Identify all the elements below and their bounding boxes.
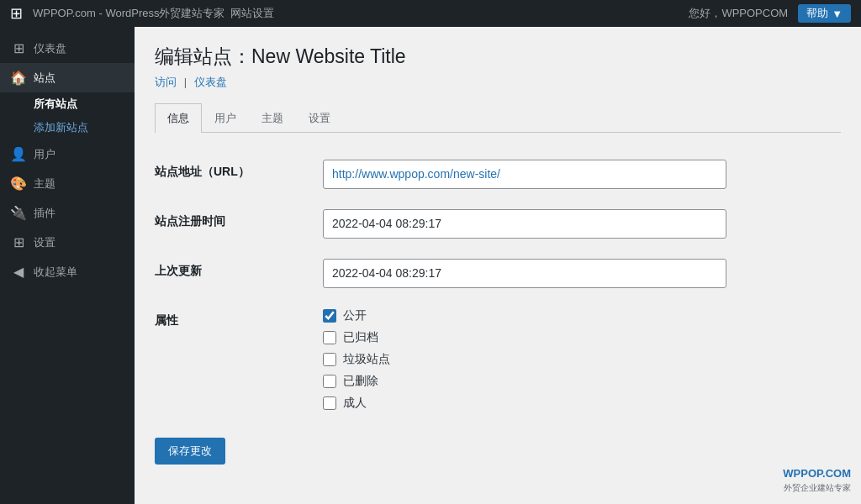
- last-update-input[interactable]: [323, 259, 726, 288]
- page-title: 编辑站点：New Website Title: [155, 44, 841, 70]
- page-wrapper: ⊞ 仪表盘 🏠 站点 所有站点 添加新站点 👤 用户 🎨 主题 🔌 插件 ⊞ 设…: [0, 0, 861, 504]
- checkbox-deleted-input[interactable]: [323, 375, 336, 388]
- sidebar-label-plugins: 插件: [34, 206, 55, 221]
- top-bar-left: ⊞ WPPOP.com - WordPress外贸建站专家 网站设置: [10, 4, 274, 23]
- form-row-url: 站点地址（URL）: [155, 150, 841, 199]
- tab-themes[interactable]: 主题: [249, 103, 296, 133]
- watermark: WPPOP.COM 外贸企业建站专家: [783, 465, 851, 495]
- sidebar-item-collapse[interactable]: ◀ 收起菜单: [0, 257, 135, 286]
- tab-info-label: 信息: [167, 112, 189, 124]
- site-name-label[interactable]: WPPOP.com - WordPress外贸建站专家: [33, 6, 225, 21]
- checkbox-deleted[interactable]: 已删除: [323, 374, 841, 389]
- sidebar-item-settings[interactable]: ⊞ 设置: [0, 228, 135, 257]
- top-bar: ⊞ WPPOP.com - WordPress外贸建站专家 网站设置 您好，WP…: [0, 0, 861, 27]
- top-bar-site-info: WPPOP.com - WordPress外贸建站专家 网站设置: [33, 6, 274, 21]
- heading-site-title: New Website Title: [251, 45, 406, 67]
- sidebar-subitem-all-sites[interactable]: 所有站点: [0, 92, 135, 116]
- settings-icon: ⊞: [10, 234, 27, 250]
- users-icon: 👤: [10, 146, 27, 162]
- sidebar-label-collapse: 收起菜单: [34, 265, 77, 280]
- save-button[interactable]: 保存更改: [155, 438, 225, 465]
- sidebar-label-dashboard: 仪表盘: [34, 41, 66, 56]
- tab-themes-label: 主题: [261, 112, 283, 124]
- url-input[interactable]: [323, 160, 726, 189]
- sidebar-item-sites[interactable]: 🏠 站点: [0, 63, 135, 92]
- checkbox-public-label: 公开: [343, 308, 367, 323]
- checkbox-spam-label: 垃圾站点: [343, 352, 390, 367]
- checkbox-public-input[interactable]: [323, 309, 336, 323]
- last-update-label: 上次更新: [155, 259, 323, 279]
- sites-icon: 🏠: [10, 70, 27, 86]
- checkbox-mature-input[interactable]: [323, 396, 336, 410]
- checkbox-spam-input[interactable]: [323, 353, 336, 366]
- checkbox-archived-label: 已归档: [343, 330, 378, 345]
- sidebar-label-themes: 主题: [34, 176, 55, 192]
- all-sites-label: 所有站点: [34, 97, 77, 110]
- collapse-icon: ◀: [10, 264, 27, 280]
- checkbox-public[interactable]: 公开: [323, 308, 841, 323]
- form-row-attributes: 属性 公开 已归档 垃圾站点: [155, 298, 841, 421]
- sidebar-label-settings: 设置: [34, 235, 55, 250]
- sidebar-item-themes[interactable]: 🎨 主题: [0, 169, 135, 198]
- attributes-field: 公开 已归档 垃圾站点 已删除: [323, 308, 841, 411]
- reg-time-label: 站点注册时间: [155, 209, 323, 229]
- checkbox-deleted-label: 已删除: [343, 374, 378, 389]
- main-content: 编辑站点：New Website Title 访问 | 仪表盘 信息 用户 主题…: [135, 27, 861, 504]
- user-greeting: 您好，WPPOPCOM: [689, 6, 788, 21]
- sidebar-label-sites: 站点: [34, 71, 55, 86]
- form-row-last-update: 上次更新: [155, 249, 841, 298]
- checkbox-mature-label: 成人: [343, 396, 367, 411]
- save-label: 保存更改: [168, 444, 212, 457]
- add-site-label: 添加新站点: [34, 121, 88, 134]
- tab-info[interactable]: 信息: [155, 103, 202, 133]
- checkbox-mature[interactable]: 成人: [323, 396, 841, 411]
- reg-time-input[interactable]: [323, 209, 726, 239]
- breadcrumb-visit-link[interactable]: 访问: [155, 76, 177, 88]
- sidebar-label-users: 用户: [34, 147, 55, 162]
- heading-prefix: 编辑站点：: [155, 45, 251, 67]
- form-row-reg-time: 站点注册时间: [155, 199, 841, 249]
- tab-settings-label: 设置: [309, 112, 330, 124]
- tab-users[interactable]: 用户: [202, 103, 249, 133]
- checkbox-archived[interactable]: 已归档: [323, 330, 841, 345]
- themes-icon: 🎨: [10, 176, 27, 192]
- breadcrumb-dashboard-link[interactable]: 仪表盘: [194, 76, 227, 88]
- checkbox-group: 公开 已归档 垃圾站点 已删除: [323, 308, 841, 411]
- top-bar-right: 您好，WPPOPCOM 帮助 ▼: [689, 4, 851, 23]
- checkbox-spam[interactable]: 垃圾站点: [323, 352, 841, 367]
- help-arrow-icon: ▼: [832, 8, 843, 20]
- checkbox-archived-input[interactable]: [323, 331, 336, 344]
- last-update-field: [323, 259, 841, 288]
- wordpress-logo-icon: ⊞: [10, 4, 23, 23]
- dashboard-icon: ⊞: [10, 40, 27, 56]
- attributes-label: 属性: [155, 308, 323, 328]
- url-label: 站点地址（URL）: [155, 160, 323, 180]
- breadcrumb-sep: |: [184, 76, 187, 88]
- sidebar-subitem-add-site[interactable]: 添加新站点: [0, 116, 135, 139]
- help-label: 帮助: [806, 6, 828, 21]
- tab-bar: 信息 用户 主题 设置: [155, 103, 841, 133]
- sidebar-item-plugins[interactable]: 🔌 插件: [0, 198, 135, 228]
- plugins-icon: 🔌: [10, 205, 27, 221]
- sidebar-item-users[interactable]: 👤 用户: [0, 139, 135, 169]
- sidebar-item-dashboard[interactable]: ⊞ 仪表盘: [0, 34, 135, 63]
- breadcrumb: 访问 | 仪表盘: [155, 75, 841, 90]
- url-field: [323, 160, 841, 189]
- tab-settings[interactable]: 设置: [296, 103, 343, 133]
- watermark-sub: 外贸企业建站专家: [783, 481, 851, 494]
- sidebar: ⊞ 仪表盘 🏠 站点 所有站点 添加新站点 👤 用户 🎨 主题 🔌 插件 ⊞ 设…: [0, 27, 135, 504]
- watermark-main: WPPOP.COM: [783, 465, 851, 482]
- form-table: 站点地址（URL） 站点注册时间 上次更新 属性: [155, 150, 841, 421]
- reg-time-field: [323, 209, 841, 239]
- top-bar-settings-label[interactable]: 网站设置: [230, 6, 274, 21]
- help-button[interactable]: 帮助 ▼: [798, 4, 851, 23]
- tab-users-label: 用户: [214, 112, 236, 124]
